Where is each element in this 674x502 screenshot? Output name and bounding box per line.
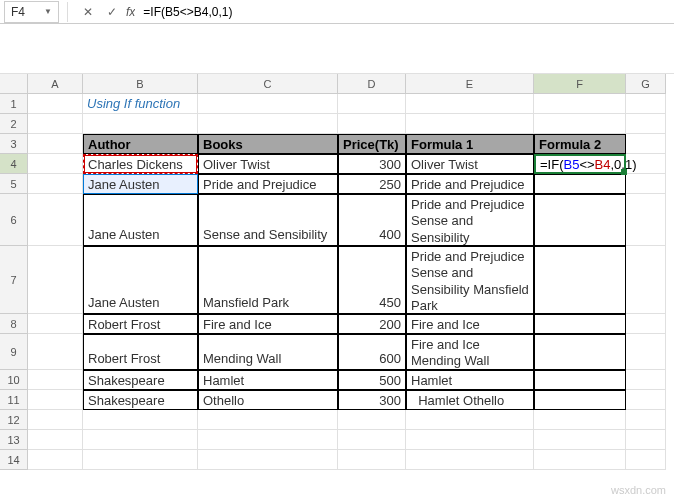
cell-ref-b4[interactable]: Charles Dickens: [83, 154, 198, 174]
row-header[interactable]: 13: [0, 430, 28, 450]
enter-icon[interactable]: ✓: [103, 3, 121, 21]
cell[interactable]: [626, 450, 666, 470]
fx-icon[interactable]: fx: [126, 5, 135, 19]
cell[interactable]: [28, 410, 83, 430]
cell[interactable]: Robert Frost: [83, 314, 198, 334]
cell[interactable]: [83, 114, 198, 134]
cell[interactable]: [28, 390, 83, 410]
cell[interactable]: [626, 94, 666, 114]
col-header[interactable]: D: [338, 74, 406, 94]
cell[interactable]: [534, 370, 626, 390]
cell[interactable]: Hamlet: [198, 370, 338, 390]
cell[interactable]: Pride and Prejudice: [406, 174, 534, 194]
row-header[interactable]: 2: [0, 114, 28, 134]
cell[interactable]: Sense and Sensibility: [198, 194, 338, 246]
cell[interactable]: [28, 94, 83, 114]
active-cell[interactable]: =IF(B5<>B4,0,1): [534, 154, 626, 174]
row-header[interactable]: 6: [0, 194, 28, 246]
cell[interactable]: 200: [338, 314, 406, 334]
cell[interactable]: [338, 430, 406, 450]
cell[interactable]: [28, 194, 83, 246]
cell[interactable]: Mansfield Park: [198, 246, 338, 314]
cell[interactable]: [406, 450, 534, 470]
cell[interactable]: Robert Frost: [83, 334, 198, 370]
cell[interactable]: 450: [338, 246, 406, 314]
cell[interactable]: [198, 450, 338, 470]
cell[interactable]: Shakespeare: [83, 370, 198, 390]
col-header[interactable]: F: [534, 74, 626, 94]
fill-handle[interactable]: [621, 169, 627, 175]
cell[interactable]: [626, 390, 666, 410]
cell[interactable]: Oliver Twist: [406, 154, 534, 174]
cell[interactable]: 300: [338, 390, 406, 410]
cell[interactable]: [626, 174, 666, 194]
row-header[interactable]: 11: [0, 390, 28, 410]
cell[interactable]: [338, 450, 406, 470]
cell[interactable]: [83, 430, 198, 450]
cell[interactable]: [198, 430, 338, 450]
title-cell[interactable]: Using If function: [83, 94, 198, 114]
cell[interactable]: 500: [338, 370, 406, 390]
cell[interactable]: [406, 430, 534, 450]
cell[interactable]: [534, 174, 626, 194]
cell[interactable]: [406, 94, 534, 114]
cell[interactable]: Pride and Prejudice Sense and Sensibilit…: [406, 246, 534, 314]
cell[interactable]: [534, 334, 626, 370]
cell[interactable]: [534, 390, 626, 410]
cell[interactable]: Jane Austen: [83, 194, 198, 246]
cell[interactable]: Hamlet: [406, 370, 534, 390]
cell-ref-b5[interactable]: Jane Austen: [83, 174, 198, 194]
row-header[interactable]: 9: [0, 334, 28, 370]
cell[interactable]: [338, 114, 406, 134]
cell[interactable]: [626, 430, 666, 450]
formula-input[interactable]: [135, 3, 674, 21]
col-header[interactable]: B: [83, 74, 198, 94]
col-header[interactable]: A: [28, 74, 83, 94]
cell[interactable]: [338, 410, 406, 430]
cell[interactable]: Hamlet Othello: [406, 390, 534, 410]
row-header[interactable]: 3: [0, 134, 28, 154]
cell[interactable]: [28, 134, 83, 154]
cell[interactable]: [83, 410, 198, 430]
cell[interactable]: [626, 334, 666, 370]
row-header[interactable]: 7: [0, 246, 28, 314]
cell[interactable]: [534, 450, 626, 470]
col-header[interactable]: C: [198, 74, 338, 94]
header-cell[interactable]: Author: [83, 134, 198, 154]
cell[interactable]: [534, 114, 626, 134]
cell[interactable]: [534, 194, 626, 246]
cell[interactable]: [198, 410, 338, 430]
cell[interactable]: [198, 114, 338, 134]
cell[interactable]: Jane Austen: [83, 246, 198, 314]
cancel-icon[interactable]: ✕: [79, 3, 97, 21]
row-header[interactable]: 8: [0, 314, 28, 334]
cell[interactable]: Shakespeare: [83, 390, 198, 410]
cell[interactable]: 600: [338, 334, 406, 370]
row-header[interactable]: 1: [0, 94, 28, 114]
row-header[interactable]: 5: [0, 174, 28, 194]
cell[interactable]: [626, 314, 666, 334]
cell[interactable]: [534, 410, 626, 430]
cell[interactable]: Mending Wall: [198, 334, 338, 370]
cell[interactable]: [534, 246, 626, 314]
header-cell[interactable]: Price(Tk): [338, 134, 406, 154]
cell[interactable]: 300: [338, 154, 406, 174]
cell[interactable]: [28, 174, 83, 194]
cell[interactable]: Pride and Prejudice: [198, 174, 338, 194]
cell[interactable]: 400: [338, 194, 406, 246]
cell[interactable]: [406, 114, 534, 134]
cell[interactable]: Fire and Ice: [198, 314, 338, 334]
cell[interactable]: Fire and Ice: [406, 314, 534, 334]
row-header[interactable]: 14: [0, 450, 28, 470]
cell[interactable]: [28, 246, 83, 314]
cell[interactable]: [28, 314, 83, 334]
cell[interactable]: [406, 410, 534, 430]
row-header[interactable]: 4: [0, 154, 28, 174]
cell[interactable]: [626, 410, 666, 430]
cell[interactable]: [28, 430, 83, 450]
col-header[interactable]: E: [406, 74, 534, 94]
select-all-corner[interactable]: [0, 74, 28, 94]
cell[interactable]: [28, 114, 83, 134]
row-header[interactable]: 12: [0, 410, 28, 430]
cell[interactable]: [626, 246, 666, 314]
